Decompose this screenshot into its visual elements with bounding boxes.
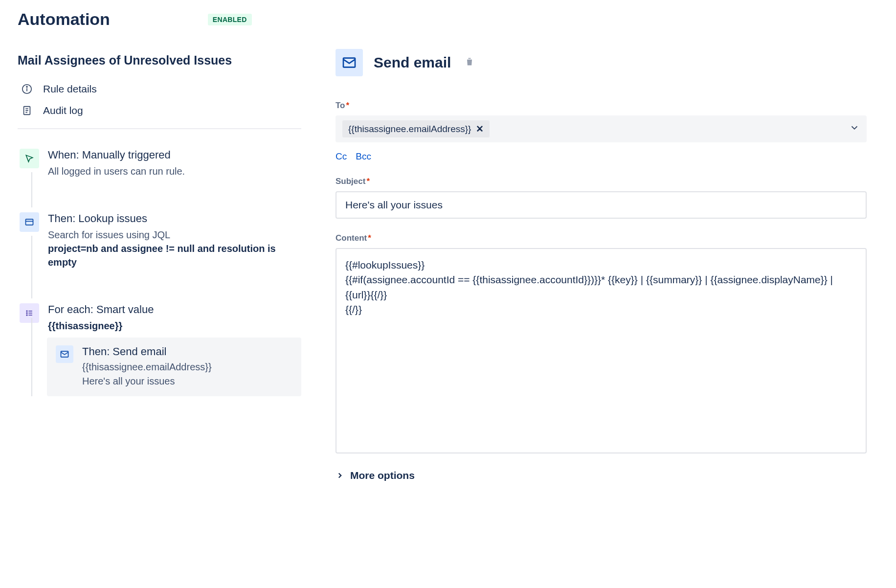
svg-rect-7 [26,219,33,225]
menu-audit-log[interactable]: Audit log [18,100,301,121]
subject-input[interactable] [336,191,867,219]
list-icon [20,303,39,323]
svg-point-11 [26,313,27,314]
chip-remove[interactable]: ✕ [476,123,484,135]
mail-icon [336,49,363,76]
flow-lookup[interactable]: Then: Lookup issues Search for issues us… [20,212,301,269]
subject-label: Subject* [336,177,867,186]
page-title: Automation [18,10,110,29]
chevron-right-icon [336,471,344,480]
to-chip-text: {{thisassignee.emailAddress}} [348,124,471,135]
menu-rule-details-label: Rule details [43,83,97,95]
card-title: Then: Send email [82,345,212,358]
content-textarea[interactable] [336,248,867,453]
more-options-label: More options [350,470,415,481]
cursor-icon [20,149,39,168]
to-label: To* [336,101,867,111]
more-options-toggle[interactable]: More options [336,470,867,481]
svg-point-9 [26,311,27,312]
flow-trigger-title: When: Manually triggered [48,149,301,161]
cc-link[interactable]: Cc [336,151,347,162]
flow-lookup-sub: Search for issues using JQL [48,229,170,240]
svg-point-2 [26,87,27,88]
chevron-down-icon [849,122,860,133]
menu-audit-log-label: Audit log [43,105,83,116]
flow-trigger[interactable]: When: Manually triggered All logged in u… [20,149,301,178]
rule-name: Mail Assignees of Unresolved Issues [18,53,301,68]
delete-button[interactable] [465,57,474,69]
content-label: Content* [336,233,867,243]
status-badge: ENABLED [208,14,252,25]
flow-trigger-sub: All logged in users can run rule. [48,164,301,178]
panel-header: Send email [336,49,867,76]
jql-icon [20,212,39,232]
to-chip: {{thisassignee.emailAddress}} ✕ [342,120,490,137]
card-line1: {{thisassignee.emailAddress}} [82,360,212,374]
flow-foreach-title: For each: Smart value [48,303,301,316]
flow-send-email-card[interactable]: Then: Send email {{thisassignee.emailAdd… [47,338,301,396]
flow-foreach[interactable]: For each: Smart value {{thisassignee}} [20,303,301,333]
flow-foreach-value: {{thisassignee}} [48,320,122,331]
to-dropdown[interactable] [849,122,860,136]
panel-title: Send email [374,54,451,71]
to-field[interactable]: {{thisassignee.emailAddress}} ✕ [336,115,867,142]
mail-icon [56,345,73,363]
flow-lookup-title: Then: Lookup issues [48,212,301,225]
menu-rule-details[interactable]: Rule details [18,78,301,100]
flow-lookup-jql: project=nb and assignee != null and reso… [48,243,276,268]
card-line2: Here's all your issues [82,374,212,388]
info-icon [22,84,32,94]
divider [18,128,301,129]
page-header: Automation ENABLED [18,10,301,29]
trash-icon [465,57,474,67]
document-icon [22,105,32,116]
bcc-link[interactable]: Bcc [356,151,371,162]
svg-point-13 [26,315,27,316]
